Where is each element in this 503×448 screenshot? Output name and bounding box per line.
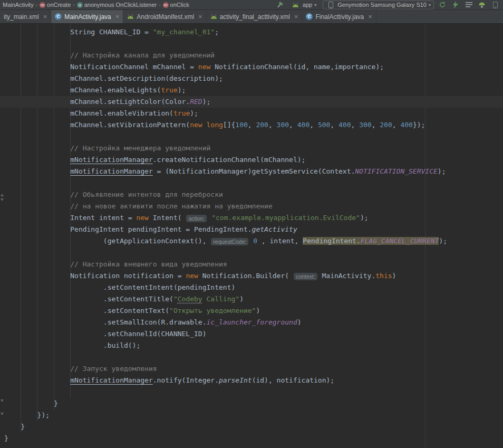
code-line[interactable]: .setContentIntent(pendingIntent) xyxy=(0,282,503,293)
code-line[interactable]: // Настройка менеджера уведомлений xyxy=(0,142,503,154)
code-line[interactable] xyxy=(0,247,503,259)
code-line[interactable] xyxy=(0,177,503,189)
code-line[interactable]: // Обьявление интентов для переброски xyxy=(0,189,503,201)
code-token: ) xyxy=(297,318,302,326)
code-token: .createNotificationChannel(mChannel); xyxy=(153,156,306,164)
code-token: " xyxy=(173,295,178,303)
code-area[interactable]: String CHANNEL_ID = "my_channel_01"; // … xyxy=(0,26,503,444)
parameter-hint: context: xyxy=(294,273,317,280)
parameter-hint: requestCode: xyxy=(211,238,248,245)
code-line[interactable]: Notification notification = new Notifica… xyxy=(0,270,503,282)
code-token: 500 xyxy=(318,121,330,129)
close-tab-icon[interactable]: × xyxy=(198,13,202,20)
code-line[interactable] xyxy=(0,38,503,50)
code-token: 0 xyxy=(253,237,257,245)
code-line[interactable]: .setContentTitle("Codeby Calling") xyxy=(0,293,503,305)
code-line[interactable]: // Настройка внешнего вида уведомления xyxy=(0,259,503,270)
close-tab-icon[interactable]: × xyxy=(43,13,47,20)
code-line[interactable]: .setContentText("Открыть уведомление") xyxy=(0,305,503,317)
code-token: ); xyxy=(190,109,198,117)
code-line[interactable]: // на новое активити после нажатия на ув… xyxy=(0,201,503,212)
method-icon: m xyxy=(163,2,169,8)
code-token: ); xyxy=(178,86,186,94)
code-line[interactable]: mChannel.setDescription(description); xyxy=(0,73,503,84)
close-tab-icon[interactable]: × xyxy=(368,13,372,20)
close-tab-icon[interactable]: × xyxy=(115,13,120,20)
tab-label: ity_main.xml xyxy=(4,13,39,21)
code-token: "com.example.myapplication.EvilCode" xyxy=(211,214,360,222)
code-line[interactable]: .setSmallIcon(R.drawable.ic_launcher_for… xyxy=(0,317,503,328)
code-line[interactable] xyxy=(0,131,503,142)
code-line[interactable]: mNotificationManager = (NotificationMana… xyxy=(0,166,503,177)
close-tab-icon[interactable]: × xyxy=(294,13,298,20)
code-line[interactable]: } xyxy=(0,433,503,444)
breadcrumb-label: onCreate xyxy=(47,2,71,8)
code-token: // Настройка внешнего вида уведомления xyxy=(4,260,227,268)
code-token: , xyxy=(248,121,256,129)
code-token: mChannel.enableLights( xyxy=(4,86,161,94)
code-line[interactable]: PendingIntent pendingIntent = PendingInt… xyxy=(0,224,503,235)
code-line[interactable]: .build(); xyxy=(0,340,503,351)
code-token: []{ xyxy=(223,121,235,129)
editor-tab[interactable]: activity_final_acttivity.xml× xyxy=(207,10,303,23)
code-token: .setContentIntent(pendingIntent) xyxy=(4,283,235,291)
editor-tab[interactable]: ity_main.xml× xyxy=(0,10,51,23)
code-line[interactable]: mChannel.enableVibration(true); xyxy=(0,108,503,119)
editor-tabs: ity_main.xml×CMainActivity.java×AndroidM… xyxy=(0,10,503,24)
code-line[interactable]: NotificationChannel mChannel = new Notif… xyxy=(0,61,503,73)
code-token: ); xyxy=(202,98,211,106)
code-token: } xyxy=(4,434,8,442)
code-line[interactable] xyxy=(0,351,503,363)
code-line[interactable]: }); xyxy=(0,409,503,421)
code-token: Notification notification = xyxy=(4,272,186,280)
parameter-hint: action: xyxy=(186,215,207,222)
code-token: .build(); xyxy=(4,341,140,349)
attach-debugger-icon[interactable] xyxy=(451,1,460,9)
code-line[interactable]: Intent intent = new Intent( action: "com… xyxy=(0,212,503,224)
editor-tab[interactable]: CMainActivity.java× xyxy=(51,10,123,23)
sync-project-icon[interactable] xyxy=(438,1,447,9)
build-hammer-icon[interactable] xyxy=(275,1,285,9)
editor-tab[interactable]: AndroidManifest.xml× xyxy=(123,10,206,23)
code-token: Codeby xyxy=(178,295,202,303)
code-token: 300 xyxy=(277,121,289,129)
code-token: ic_launcher_foreground xyxy=(207,318,297,326)
code-line[interactable]: // Настройка канала для уведомлений xyxy=(0,50,503,61)
code-token: long xyxy=(207,121,223,129)
breadcrumb-item[interactable]: monClick xyxy=(161,2,191,8)
breadcrumb-item[interactable]: aanonymous OnClickListener xyxy=(75,2,159,8)
editor-tab[interactable]: CFinalActtivity.java× xyxy=(302,10,376,23)
code-line[interactable]: } xyxy=(0,421,503,433)
code-editor[interactable]: String CHANNEL_ID = "my_channel_01"; // … xyxy=(0,24,503,448)
code-token: getActivity xyxy=(252,225,297,233)
run-configuration-dropdown[interactable]: app ▾ xyxy=(288,1,319,9)
code-line[interactable]: mChannel.setVibrationPattern(new long[]{… xyxy=(0,119,503,131)
code-token: // Обьявление интентов для переброски xyxy=(4,190,223,198)
code-line[interactable]: mNotificationManager.notify(Integer.pars… xyxy=(0,375,503,386)
sdk-manager-icon[interactable] xyxy=(477,1,487,9)
breadcrumb-label: onClick xyxy=(170,2,189,8)
breadcrumb-item[interactable]: monCreate xyxy=(38,2,72,8)
code-token: FLAG_CANCEL_CURRENT xyxy=(361,237,439,245)
code-line[interactable]: String CHANNEL_ID = "my_channel_01"; xyxy=(0,26,503,38)
code-token: }); xyxy=(4,411,50,419)
code-line-current[interactable]: mChannel.setLightColor(Color.RED); xyxy=(0,96,503,108)
code-line[interactable]: (getApplicationContext(), requestCode: 0… xyxy=(0,235,503,247)
logcat-icon[interactable] xyxy=(464,1,473,9)
code-line[interactable]: .setChannelId(CHANNEL_ID) xyxy=(0,328,503,340)
navigation-bar: MainActivity›monCreate›aanonymous OnClic… xyxy=(0,0,503,10)
breadcrumb-item[interactable]: MainActivity xyxy=(1,2,35,8)
code-token xyxy=(202,121,207,129)
code-token: 300 xyxy=(359,121,371,129)
device-dropdown[interactable]: Genymotion Samsung Galaxy S10 ▾ xyxy=(323,1,434,9)
code-line[interactable]: } xyxy=(0,398,503,409)
code-line[interactable] xyxy=(0,386,503,398)
android-file-icon xyxy=(210,14,217,19)
code-line[interactable]: // Запуск уведомления xyxy=(0,363,503,375)
code-token: .notify(Integer. xyxy=(153,376,219,384)
code-line[interactable]: mNotificationManager.createNotificationC… xyxy=(0,154,503,166)
code-token: RED xyxy=(190,98,202,106)
code-token: mChannel.setDescription(description); xyxy=(4,74,223,82)
code-line[interactable]: mChannel.enableLights(true); xyxy=(0,84,503,96)
avd-manager-icon[interactable] xyxy=(490,1,500,9)
